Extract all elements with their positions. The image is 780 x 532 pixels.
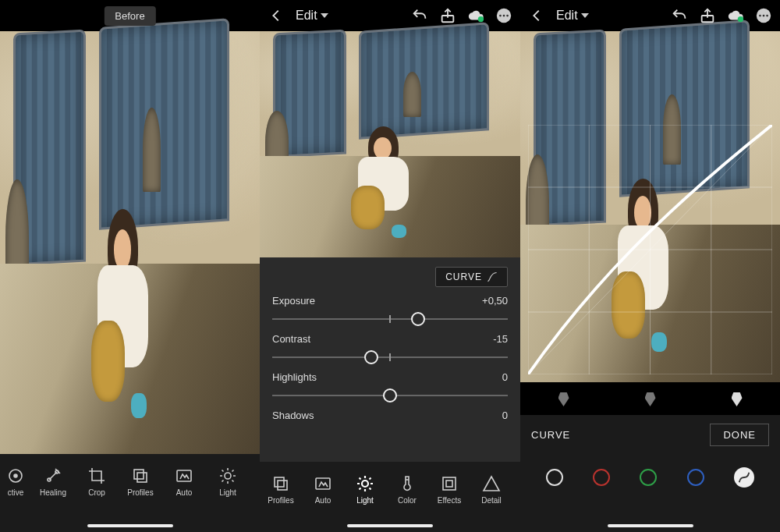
tool-color[interactable]: Color (250, 454, 260, 509)
slider-track[interactable] (272, 388, 508, 403)
panel-curve: Edit (520, 0, 780, 532)
cloud-icon[interactable] (467, 7, 484, 24)
dropdown-icon (581, 12, 589, 20)
light-icon (218, 466, 237, 485)
bottom-toolbar-edit: ProfilesAutoLightColorEffectsDetailGeor (260, 462, 520, 532)
tool-light[interactable]: Light (344, 462, 386, 516)
bottom-toolbar-before: ctiveHealingCropProfilesAutoLightColor (0, 454, 260, 532)
svg-rect-20 (446, 481, 452, 487)
curve-icon (487, 271, 498, 282)
curve-handle-midtones[interactable] (645, 392, 656, 406)
more-icon[interactable] (495, 7, 512, 24)
panel-before: Before ctiveHealingCropProfilesAutoLight… (0, 0, 260, 532)
tool-label: Light (219, 488, 236, 497)
undo-icon[interactable] (671, 7, 688, 24)
slider-value: 0 (502, 371, 508, 383)
back-icon[interactable] (268, 7, 285, 24)
curve-handle-highlights[interactable] (732, 392, 743, 406)
tool-label: Detail (481, 496, 502, 505)
svg-marker-21 (484, 477, 499, 491)
svg-rect-4 (134, 470, 144, 479)
curve-handle-shadows[interactable] (558, 392, 569, 406)
slider-shadows[interactable]: Shadows0 (272, 410, 508, 421)
svg-point-28 (763, 15, 765, 17)
slider-label: Shadows (272, 410, 314, 421)
tool-label: Crop (88, 488, 105, 497)
photo-preview[interactable] (260, 31, 520, 257)
tool-profiles[interactable]: Profiles (119, 454, 162, 509)
healing-icon (44, 466, 62, 485)
edit-title[interactable]: Edit (556, 9, 589, 23)
svg-point-25 (738, 16, 743, 22)
curve-channel-green[interactable] (640, 469, 657, 486)
photo-preview[interactable] (520, 31, 780, 382)
curve-button[interactable]: CURVE (435, 267, 508, 287)
curve-channel-white[interactable] (546, 469, 563, 486)
svg-point-10 (478, 16, 484, 22)
cloud-icon[interactable] (727, 7, 744, 24)
tool-label: Profiles (268, 496, 293, 505)
tool-label: Color (398, 496, 417, 505)
svg-marker-23 (581, 13, 589, 18)
topbar-curve: Edit (520, 0, 780, 31)
tool-geom[interactable]: Geor (512, 462, 520, 516)
done-button-label: DONE (723, 429, 756, 441)
tool-profiles[interactable]: Profiles (260, 462, 302, 516)
home-indicator (87, 524, 173, 527)
tool-label: Healing (40, 488, 66, 497)
share-icon[interactable] (439, 7, 456, 24)
curve-button-label: CURVE (445, 271, 482, 282)
curve-bottom-panel: CURVE DONE (520, 415, 780, 532)
curve-channel-blue[interactable] (687, 469, 704, 486)
svg-rect-19 (443, 477, 456, 490)
tool-detail[interactable]: Detail (470, 462, 512, 516)
parametric-curve-icon[interactable] (734, 467, 754, 488)
done-button[interactable]: DONE (710, 424, 769, 446)
back-icon[interactable] (528, 7, 545, 24)
slider-track[interactable] (272, 311, 508, 327)
tool-crop[interactable]: Crop (75, 454, 119, 509)
tool-healing[interactable]: Healing (31, 454, 75, 509)
tool-label: Light (356, 496, 374, 505)
before-pill: Before (104, 6, 155, 26)
slider-contrast[interactable]: Contrast-15 (272, 333, 508, 365)
slider-exposure[interactable]: Exposure+0,50 (272, 295, 508, 327)
svg-marker-8 (321, 13, 328, 18)
tool-label: Effects (438, 496, 461, 505)
home-indicator (347, 524, 433, 527)
slider-value: -15 (493, 333, 508, 345)
profiles-icon (271, 474, 290, 493)
tool-label: Auto (315, 496, 332, 505)
photo-preview[interactable] (0, 31, 260, 454)
auto-icon (175, 466, 193, 485)
slider-track[interactable] (272, 349, 508, 365)
svg-point-7 (225, 473, 231, 479)
edit-title[interactable]: Edit (296, 9, 328, 23)
more-icon[interactable] (755, 7, 772, 24)
slider-highlights[interactable]: Highlights0 (272, 371, 508, 403)
slider-label: Highlights (272, 371, 317, 383)
tool-color[interactable]: Color (386, 462, 428, 516)
svg-point-14 (506, 15, 509, 17)
profiles-icon (131, 466, 150, 485)
tool-auto[interactable]: Auto (302, 462, 344, 516)
panel-light-sliders: Edit (260, 0, 520, 532)
crop-icon (87, 466, 106, 485)
tool-effects[interactable]: Effects (428, 462, 470, 516)
tool-light[interactable]: Light (206, 454, 250, 509)
share-icon[interactable] (699, 7, 716, 24)
curve-region-handles[interactable] (520, 384, 780, 415)
curve-channel-red[interactable] (593, 469, 610, 486)
home-indicator (608, 524, 693, 527)
effects-icon (440, 474, 459, 493)
svg-point-1 (14, 474, 17, 477)
svg-rect-16 (278, 481, 287, 490)
undo-icon[interactable] (411, 7, 428, 24)
tool-auto[interactable]: Auto (162, 454, 206, 509)
tool-selective[interactable]: ctive (0, 454, 31, 509)
slider-value: +0,50 (482, 295, 508, 307)
edit-title-text: Edit (296, 9, 317, 23)
selective-icon (6, 466, 25, 485)
svg-point-29 (766, 15, 768, 17)
tool-label: Profiles (127, 488, 153, 497)
